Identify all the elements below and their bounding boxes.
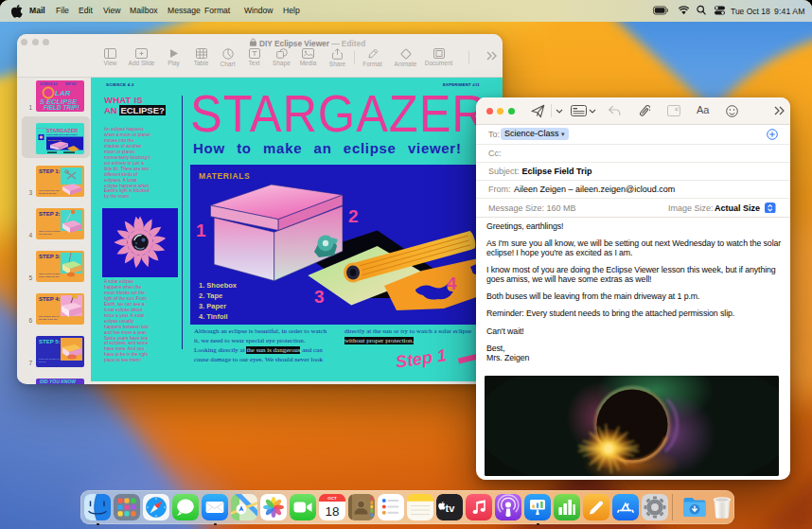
- svg-text:SCIENCE 4.2: SCIENCE 4.2: [40, 82, 58, 86]
- svg-text:MATERIALS: MATERIALS: [47, 139, 61, 142]
- svg-text:STEP 3:: STEP 3:: [39, 254, 61, 259]
- svg-text:tv: tv: [446, 503, 456, 514]
- svg-text:FIELD TRIP!: FIELD TRIP!: [44, 104, 79, 111]
- svg-text:STEP 2:: STEP 2:: [39, 211, 61, 217]
- svg-text:MATERIALS: MATERIALS: [199, 171, 250, 181]
- svg-text:3. Paper: 3. Paper: [199, 302, 226, 310]
- svg-text:STEP 4:: STEP 4:: [39, 296, 61, 302]
- svg-text:2: 2: [348, 206, 359, 226]
- svg-text:OCT: OCT: [327, 496, 337, 501]
- svg-text:the side of the box.: the side of the box.: [39, 318, 59, 321]
- svg-text:STEP 1:: STEP 1:: [39, 168, 61, 174]
- svg-text:1: 1: [196, 220, 206, 240]
- svg-text:EXP #11: EXP #11: [65, 82, 77, 86]
- svg-text:DID YOU KNOW: DID YOU KNOW: [40, 379, 77, 384]
- svg-text:4. Tinfoil: 4. Tinfoil: [199, 312, 228, 321]
- svg-text:18: 18: [325, 504, 339, 519]
- svg-text:the top of the box.: the top of the box.: [39, 192, 57, 195]
- svg-text:paper inside the box.: paper inside the box.: [39, 275, 61, 278]
- svg-text:3: 3: [314, 287, 325, 307]
- svg-text:4: 4: [447, 273, 457, 293]
- svg-text:How to make an eclipse viewer!: How to make an eclipse viewer!: [46, 133, 78, 135]
- svg-text:1. Shoebox: 1. Shoebox: [199, 281, 238, 290]
- svg-text:2. Tape: 2. Tape: [199, 291, 222, 300]
- svg-text:the box.: the box.: [39, 361, 47, 363]
- svg-text:LAR: LAR: [55, 89, 71, 97]
- svg-text:over the hole.: over the hole.: [39, 233, 53, 236]
- svg-text:STEP 5:: STEP 5:: [39, 339, 61, 344]
